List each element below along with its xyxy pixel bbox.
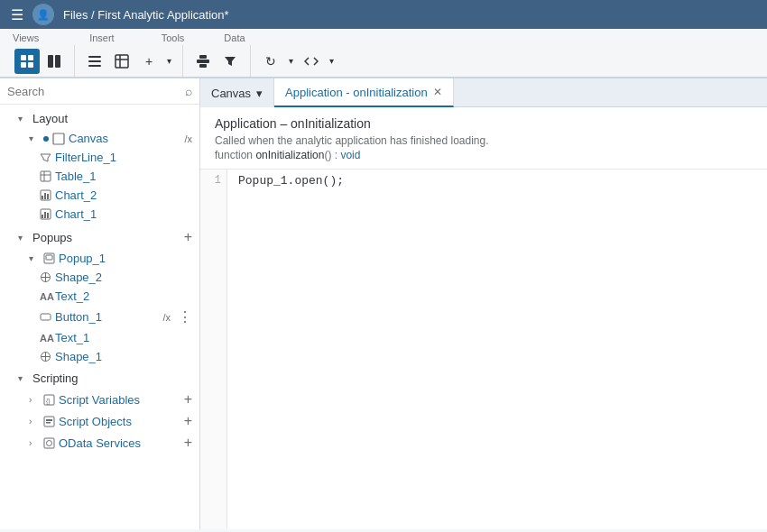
code-body[interactable]: 1 Popup_1.open(); — [200, 170, 767, 529]
popups-arrow: ▾ — [18, 233, 29, 243]
scripting-section[interactable]: ▾ Scripting — [0, 368, 199, 389]
avatar[interactable]: 👤 — [32, 4, 54, 25]
button1-more-icon[interactable]: ⋮ — [178, 308, 192, 326]
text1-icon: AA — [40, 333, 51, 344]
filterline-icon — [40, 151, 51, 163]
script-variables-arrow: › — [29, 395, 40, 405]
svg-rect-8 — [88, 65, 101, 67]
insert-more-button[interactable]: + — [136, 49, 162, 74]
shape2-label: Shape_2 — [55, 271, 102, 284]
text2-item[interactable]: AA Text_2 — [0, 287, 199, 306]
toolbar-label-data: Data — [206, 32, 263, 43]
main-layout: ⌕ ▾ Layout ▾ Canvas /x — [0, 78, 767, 529]
tabs-row: Canvas ▾ Application - onInitialization … — [200, 78, 767, 107]
content-area: Canvas ▾ Application - onInitialization … — [200, 78, 767, 529]
script-variables-icon: {} — [43, 394, 55, 406]
popup1-item[interactable]: ▾ Popup_1 — [0, 249, 199, 268]
svg-rect-1 — [28, 55, 33, 60]
code-line-1: Popup_1.open(); — [238, 173, 756, 188]
shape1-label: Shape_1 — [55, 350, 102, 363]
button1-item[interactable]: Button_1 /x ⋮ — [0, 306, 199, 328]
canvas-selector[interactable]: Canvas ▾ — [200, 78, 274, 107]
shape1-item[interactable]: Shape_1 — [0, 347, 199, 366]
filterline-item[interactable]: FilterLine_1 — [0, 148, 199, 167]
code-content[interactable]: Popup_1.open(); — [227, 170, 767, 529]
table-label: Table_1 — [55, 170, 97, 183]
popups-section[interactable]: ▾ Popups + — [0, 225, 199, 249]
canvas-item[interactable]: ▾ Canvas /x — [0, 129, 199, 148]
scripting-arrow: ▾ — [18, 373, 29, 383]
data-code-button[interactable] — [299, 49, 324, 74]
script-objects-arrow: › — [29, 417, 40, 427]
table-item[interactable]: Table_1 — [0, 167, 199, 186]
button1-badge: /x — [162, 312, 171, 323]
odata-services-label: OData Services — [59, 436, 141, 450]
script-variables-add-icon[interactable]: + — [184, 391, 192, 408]
svg-rect-25 — [44, 212, 46, 218]
breadcrumb-files[interactable]: Files — [63, 8, 88, 22]
canvas-label: Canvas — [69, 132, 108, 145]
popup1-icon — [43, 252, 55, 264]
function-return-type: void — [340, 149, 360, 161]
script-objects-item[interactable]: › Script Objects + — [0, 410, 199, 432]
popup1-label: Popup_1 — [59, 252, 106, 265]
shape2-item[interactable]: Shape_2 — [0, 268, 199, 287]
script-tab[interactable]: Application - onInitialization ✕ — [274, 78, 454, 107]
tools-main-button[interactable] — [190, 49, 216, 74]
canvas-arrow: ▾ — [29, 133, 40, 143]
tools-filter-button[interactable] — [217, 49, 243, 74]
filterline-label: FilterLine_1 — [55, 151, 116, 164]
layout-view-button[interactable] — [42, 49, 67, 74]
function-name: onInitialization — [255, 149, 324, 161]
menu-icon[interactable]: ☰ — [11, 6, 23, 23]
odata-services-add-icon[interactable]: + — [184, 435, 192, 451]
svg-rect-21 — [44, 193, 46, 199]
chart2-icon — [40, 189, 51, 201]
toolbar-tools — [183, 45, 251, 77]
line-number-1: 1 — [200, 173, 226, 188]
data-code-arrow[interactable]: ▾ — [325, 49, 337, 74]
grid-view-button[interactable] — [14, 49, 40, 74]
svg-rect-38 — [44, 417, 54, 427]
scripting-label: Scripting — [32, 371, 79, 385]
code-title: Application – onInitialization — [215, 116, 753, 131]
search-icon[interactable]: ⌕ — [185, 84, 192, 98]
svg-rect-14 — [199, 64, 207, 68]
insert-more-arrow[interactable]: ▾ — [162, 49, 175, 74]
tab-close-icon[interactable]: ✕ — [433, 86, 442, 98]
search-input[interactable] — [7, 85, 185, 98]
svg-rect-28 — [46, 255, 52, 260]
svg-rect-41 — [44, 438, 54, 448]
insert-table-button[interactable] — [109, 49, 134, 74]
canvas-selector-label: Canvas — [211, 87, 251, 100]
data-refresh-button[interactable]: ↻ — [258, 49, 283, 74]
layout-section[interactable]: ▾ Layout — [0, 108, 199, 129]
odata-services-item[interactable]: › OData Services + — [0, 432, 199, 454]
toolbar-label-tools: Tools — [140, 32, 207, 43]
function-params: () : — [324, 149, 340, 161]
svg-point-42 — [47, 440, 52, 445]
popups-add-icon[interactable]: + — [184, 229, 192, 245]
chart2-item[interactable]: Chart_2 — [0, 186, 199, 205]
svg-rect-0 — [21, 55, 26, 60]
script-objects-add-icon[interactable]: + — [184, 413, 192, 429]
code-function: function onInitialization() : void — [215, 149, 753, 161]
script-variables-item[interactable]: › {} Script Variables + — [0, 389, 199, 410]
canvas-icon — [52, 133, 65, 145]
toolbar-data: ↻ ▾ ▾ — [251, 45, 345, 77]
breadcrumb: Files / First Analytic Application* — [63, 8, 229, 22]
script-tab-label: Application - onInitialization — [285, 86, 428, 99]
data-refresh-arrow[interactable]: ▾ — [284, 49, 297, 74]
text2-label: Text_2 — [55, 289, 89, 303]
shape2-icon — [40, 271, 51, 283]
script-objects-label: Script Objects — [59, 415, 132, 428]
svg-rect-20 — [42, 196, 43, 199]
breadcrumb-app: First Analytic Application* — [97, 8, 228, 22]
text1-item[interactable]: AA Text_1 — [0, 328, 199, 347]
chart1-item[interactable]: Chart_1 — [0, 205, 199, 224]
search-bar: ⌕ — [0, 78, 199, 105]
svg-rect-5 — [55, 55, 60, 68]
insert-list-button[interactable] — [82, 49, 107, 74]
button1-icon — [40, 311, 51, 323]
svg-rect-9 — [116, 55, 128, 68]
